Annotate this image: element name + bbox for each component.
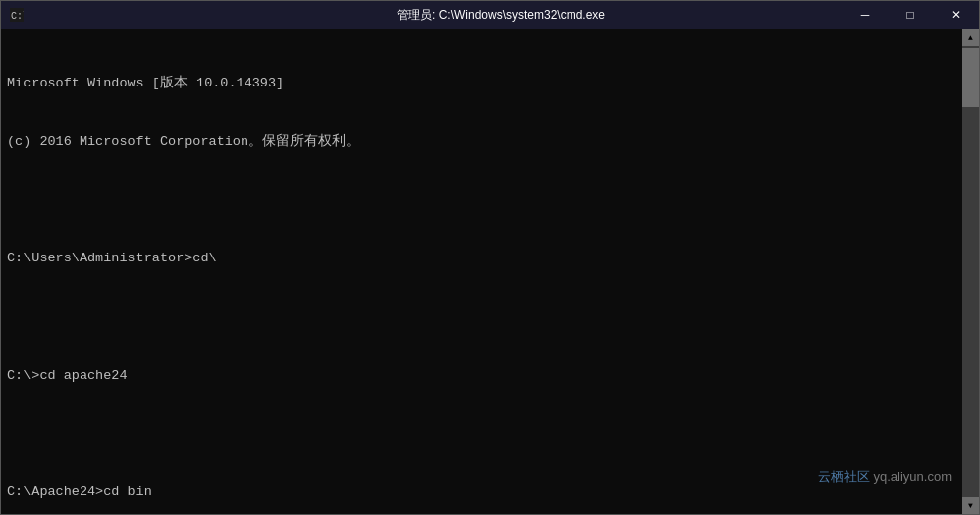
close-button[interactable]: ✕ xyxy=(933,1,979,29)
terminal-content[interactable]: Microsoft Windows [版本 10.0.14393] (c) 20… xyxy=(1,29,962,514)
scrollbar[interactable]: ▲ ▼ xyxy=(962,29,979,514)
scrollbar-thumb[interactable] xyxy=(962,48,979,107)
terminal-line-5: C:\>cd apache24 xyxy=(7,366,958,386)
maximize-button[interactable]: □ xyxy=(888,1,933,29)
terminal-line-4 xyxy=(7,307,958,327)
scrollbar-down-arrow[interactable]: ▼ xyxy=(962,497,979,514)
title-bar: C:\ 管理员: C:\Windows\system32\cmd.exe ─ □… xyxy=(1,1,979,29)
scrollbar-track[interactable] xyxy=(962,46,979,497)
terminal-line-7: C:\Apache24>cd bin xyxy=(7,482,958,502)
terminal-line-1: (c) 2016 Microsoft Corporation。保留所有权利。 xyxy=(7,132,958,152)
cmd-icon: C:\ xyxy=(9,7,25,23)
terminal-line-2 xyxy=(7,191,958,211)
minimize-button[interactable]: ─ xyxy=(842,1,888,29)
window-title: 管理员: C:\Windows\system32\cmd.exe xyxy=(31,7,971,24)
terminal-line-3: C:\Users\Administrator>cd\ xyxy=(7,249,958,268)
window-controls: ─ □ ✕ xyxy=(842,1,979,29)
svg-text:C:\: C:\ xyxy=(11,11,24,22)
terminal-line-6 xyxy=(7,424,958,443)
terminal-line-0: Microsoft Windows [版本 10.0.14393] xyxy=(7,74,958,93)
cmd-window: C:\ 管理员: C:\Windows\system32\cmd.exe ─ □… xyxy=(0,0,980,515)
terminal-wrapper: Microsoft Windows [版本 10.0.14393] (c) 20… xyxy=(1,29,979,514)
scrollbar-up-arrow[interactable]: ▲ xyxy=(962,29,979,46)
